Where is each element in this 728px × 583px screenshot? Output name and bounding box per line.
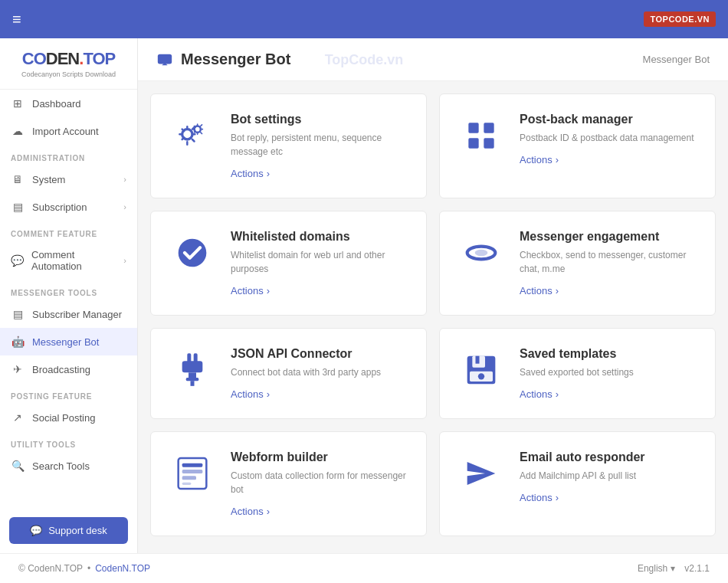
messenger-bot-header-icon xyxy=(156,51,173,68)
cards-grid: Bot settings Bot reply, persistent menu,… xyxy=(138,81,728,549)
card-bot-settings: Bot settings Bot reply, persistent menu,… xyxy=(150,93,427,198)
page-title: Messenger Bot xyxy=(181,51,290,68)
sidebar-item-subscription[interactable]: ▤ Subscription › xyxy=(0,193,137,221)
card-bot-settings-actions[interactable]: Actions › xyxy=(231,168,408,179)
card-email-desc: Add Mailchimp API & pull list xyxy=(520,469,697,483)
bot-icon: 🤖 xyxy=(11,336,25,348)
sidebar-item-social-posting[interactable]: ↗ Social Posting xyxy=(0,404,137,431)
svg-rect-6 xyxy=(484,138,494,148)
gear-icon xyxy=(173,116,212,155)
card-postback-manager: Post-back manager Postback ID & postback… xyxy=(439,93,716,198)
card-json-api-actions[interactable]: Actions › xyxy=(231,388,408,400)
topbar: ≡ TOPCODE.VN xyxy=(0,0,728,38)
card-messenger-engagement: Messenger engagement Checkbox, send to m… xyxy=(439,211,716,316)
save-icon xyxy=(462,351,500,389)
sidebar-item-label: Broadcasting xyxy=(32,364,90,375)
sidebar-item-label: Subscription xyxy=(32,201,87,213)
email-send-icon xyxy=(462,454,500,493)
language-selector[interactable]: English ▾ xyxy=(638,563,675,574)
section-posting-feature: POSTING FEATURE xyxy=(0,383,137,404)
section-administration: ADMINISTRATION xyxy=(0,145,137,165)
dashboard-icon: ⊞ xyxy=(11,97,25,110)
svg-rect-5 xyxy=(468,138,478,148)
hamburger-icon[interactable]: ≡ xyxy=(12,11,21,28)
ring-icon xyxy=(462,234,500,272)
chevron-right-icon: › xyxy=(556,154,559,165)
svg-rect-0 xyxy=(158,54,172,64)
file-icon: ▤ xyxy=(11,308,25,320)
svg-marker-26 xyxy=(467,462,496,485)
sidebar-item-subscriber-manager[interactable]: ▤ Subscriber Manager xyxy=(0,300,137,328)
chevron-right-icon: › xyxy=(556,285,559,296)
footer-link[interactable]: CodenN.TOP xyxy=(95,563,150,574)
sidebar-item-broadcasting[interactable]: ✈ Broadcasting xyxy=(0,355,137,383)
sidebar-item-label: Dashboard xyxy=(32,98,81,110)
share-icon: ↗ xyxy=(11,411,25,424)
sidebar-item-label: Search Tools xyxy=(32,460,90,472)
footer: © CodenN.TOP • CodenN.TOP English ▾ v2.1… xyxy=(0,553,728,583)
sidebar-item-messenger-bot[interactable]: 🤖 Messenger Bot xyxy=(0,328,137,355)
sidebar-item-import-account[interactable]: ☁ Import Account xyxy=(0,117,137,145)
comment-icon: 💬 xyxy=(11,254,24,267)
card-whitelist-desc: Whitelist domain for web url and other p… xyxy=(231,248,408,276)
card-email-actions[interactable]: Actions › xyxy=(520,492,697,503)
chevron-right-icon: › xyxy=(267,506,270,517)
svg-rect-10 xyxy=(187,353,191,362)
card-email-title: Email auto responder xyxy=(520,450,697,464)
postback-icon-wrap xyxy=(458,113,504,159)
card-engagement-desc: Checkbox, send to messenger, customer ch… xyxy=(520,248,697,276)
chevron-right-icon: › xyxy=(123,256,126,265)
section-comment-feature: COMMENT FEATURE xyxy=(0,221,137,241)
svg-rect-25 xyxy=(182,483,192,485)
card-icon: ▤ xyxy=(11,201,25,213)
card-engagement-content: Messenger engagement Checkbox, send to m… xyxy=(520,230,697,296)
json-api-icon-wrap xyxy=(169,347,215,393)
topcode-logo: TOPCODE.VN xyxy=(644,11,716,27)
footer-right: English ▾ v2.1.1 xyxy=(638,563,710,574)
sidebar-item-dashboard[interactable]: ⊞ Dashboard xyxy=(0,90,137,117)
chevron-right-icon: › xyxy=(123,202,126,211)
card-whitelist-content: Whitelisted domains Whitelist domain for… xyxy=(231,230,408,296)
svg-point-7 xyxy=(179,239,207,267)
sidebar-item-system[interactable]: 🖥 System › xyxy=(0,165,137,193)
webform-icon-wrap xyxy=(169,450,215,496)
email-icon-wrap xyxy=(458,450,504,496)
page-header: Messenger Bot Messenger Bot xyxy=(138,38,728,81)
card-saved-templates-content: Saved templates Saved exported bot setti… xyxy=(520,347,697,400)
page-header-left: Messenger Bot xyxy=(156,51,290,68)
sidebar-logo: CODEN.TOP Codecanyon Scripts Download xyxy=(0,38,137,90)
card-postback-actions[interactable]: Actions › xyxy=(520,154,697,165)
card-whitelist-title: Whitelisted domains xyxy=(231,230,408,244)
card-json-api-desc: Connect bot data with 3rd party apps xyxy=(231,365,408,379)
card-webform-actions[interactable]: Actions › xyxy=(231,506,408,517)
card-whitelist-actions[interactable]: Actions › xyxy=(231,285,408,296)
send-icon: ✈ xyxy=(11,363,25,375)
sidebar-item-search-tools[interactable]: 🔍 Search Tools xyxy=(0,452,137,480)
card-saved-templates-actions[interactable]: Actions › xyxy=(520,388,697,400)
card-postback-title: Post-back manager xyxy=(520,113,697,126)
section-utility-tools: UTILITY TOOLS xyxy=(0,431,137,452)
chevron-right-icon: › xyxy=(123,175,126,184)
chevron-right-icon: › xyxy=(267,168,270,179)
svg-rect-18 xyxy=(476,356,480,364)
svg-rect-22 xyxy=(182,463,203,467)
card-saved-templates-title: Saved templates xyxy=(520,347,697,361)
whitelist-icon-wrap xyxy=(169,230,215,276)
support-desk-button[interactable]: 💬 Support desk xyxy=(9,517,128,544)
sidebar-item-label: Comment Automation xyxy=(31,249,116,272)
support-icon: 💬 xyxy=(30,525,42,536)
card-saved-templates-desc: Saved exported bot settings xyxy=(520,365,697,379)
brand-logo-sub: Codecanyon Scripts Download xyxy=(9,70,128,78)
svg-rect-3 xyxy=(468,123,478,133)
section-messenger-tools: MESSENGER TOOLS xyxy=(0,280,137,300)
card-bot-settings-title: Bot settings xyxy=(231,113,408,126)
card-postback-content: Post-back manager Postback ID & postback… xyxy=(520,113,697,165)
sidebar-item-label: Messenger Bot xyxy=(32,336,99,348)
card-webform-builder: Webform builder Custom data collection f… xyxy=(150,431,427,536)
sidebar-item-comment-automation[interactable]: 💬 Comment Automation › xyxy=(0,241,137,280)
card-bot-settings-desc: Bot reply, persistent menu, sequence mes… xyxy=(231,131,408,159)
engagement-icon-wrap xyxy=(458,230,504,276)
card-engagement-actions[interactable]: Actions › xyxy=(520,285,697,296)
svg-rect-4 xyxy=(484,123,494,133)
svg-rect-23 xyxy=(182,470,203,473)
